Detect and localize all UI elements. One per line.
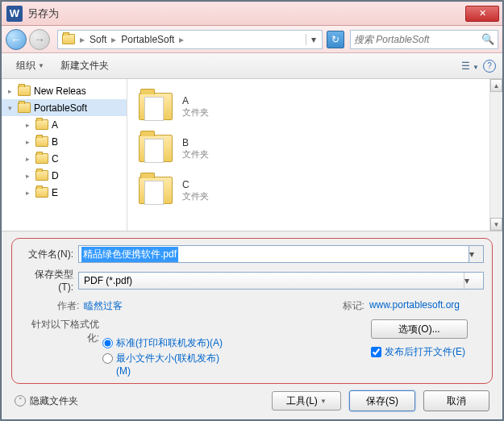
body-area: New Releas PortableSoft A B C D E A文件夹 B… (2, 79, 502, 231)
filetype-value: PDF (*.pdf) (84, 275, 132, 286)
tree-item[interactable]: C (2, 150, 127, 167)
word-icon: W (6, 6, 23, 22)
list-item[interactable]: C文件夹 (131, 169, 499, 211)
refresh-button[interactable]: ↻ (327, 31, 344, 48)
tree-item-selected[interactable]: PortableSoft (2, 99, 127, 116)
new-folder-button[interactable]: 新建文件夹 (52, 56, 117, 76)
radio-input[interactable] (102, 338, 113, 348)
options-button[interactable]: 选项(O)... (371, 319, 468, 339)
radio-minimum[interactable]: 最小文件大小(联机发布)(M) (102, 352, 229, 377)
close-button[interactable]: ✕ (465, 6, 499, 22)
bottom-panel: 文件名(N): 精品绿色便携软件.pdf ▾ 保存类型(T): PDF (*.p… (2, 231, 502, 419)
highlighted-region: 文件名(N): 精品绿色便携软件.pdf ▾ 保存类型(T): PDF (*.p… (11, 238, 493, 384)
titlebar: W 另存为 ✕ (2, 2, 502, 26)
chevron-down-icon: ▾ (464, 273, 478, 289)
author-label: 作者: (57, 299, 79, 313)
folder-icon (18, 85, 31, 96)
folder-tree: New Releas PortableSoft A B C D E (2, 79, 127, 231)
breadcrumb-dropdown[interactable]: ▾ (306, 34, 320, 45)
footer-row: ˄ 隐藏文件夹 工具(L)▼ 保存(S) 取消 (11, 390, 493, 411)
filename-label: 文件名(N): (20, 248, 78, 261)
folder-icon (35, 136, 48, 147)
filename-value: 精品绿色便携软件.pdf (81, 247, 178, 262)
list-item[interactable]: A文件夹 (131, 85, 499, 127)
folder-icon (62, 34, 75, 44)
filetype-combo[interactable]: PDF (*.pdf) ▾ (78, 272, 484, 290)
breadcrumb-seg[interactable]: PortableSoft (118, 34, 177, 45)
folder-icon (35, 170, 48, 181)
checkbox-input[interactable] (371, 347, 381, 357)
filetype-label: 保存类型(T): (20, 268, 78, 293)
window-title: 另存为 (27, 6, 465, 21)
folder-icon (18, 102, 31, 113)
help-button[interactable]: ? (483, 60, 496, 73)
radio-input[interactable] (102, 353, 113, 364)
scroll-up-button[interactable]: ▲ (490, 79, 502, 92)
forward-button[interactable]: → (29, 29, 50, 50)
folder-icon (35, 119, 48, 130)
breadcrumb-seg[interactable]: Soft (86, 34, 110, 45)
tree-item[interactable]: A (2, 116, 127, 133)
hide-folders-toggle[interactable]: ˄ 隐藏文件夹 (15, 394, 78, 408)
tag-label: 标记: (343, 299, 364, 313)
folder-icon (35, 187, 48, 198)
chevron-right-icon: ▸ (110, 34, 118, 45)
optimize-label: 针对以下格式优化: (28, 318, 102, 345)
filename-input[interactable]: 精品绿色便携软件.pdf (78, 245, 469, 263)
list-item[interactable]: B文件夹 (131, 127, 499, 169)
folder-icon (35, 153, 48, 164)
tree-item[interactable]: D (2, 167, 127, 184)
open-after-checkbox[interactable]: 发布后打开文件(E) (371, 345, 468, 359)
filename-dropdown[interactable]: ▾ (469, 245, 484, 263)
chevron-right-icon: ▸ (78, 34, 86, 45)
author-value[interactable]: 瞌然过客 (84, 299, 123, 313)
folder-icon (139, 93, 173, 120)
organize-menu[interactable]: 组织▼ (8, 56, 52, 76)
view-mode-button[interactable]: ☰ ▼ (457, 58, 483, 74)
chevron-up-icon: ˄ (15, 395, 26, 406)
back-button[interactable]: ← (6, 29, 27, 50)
save-as-dialog: W 另存为 ✕ ← → ▸ Soft ▸ PortableSoft ▸ ▾ ↻ … (1, 1, 503, 420)
toolbar: 组织▼ 新建文件夹 ☰ ▼ ? (2, 53, 502, 79)
cancel-button[interactable]: 取消 (423, 390, 489, 411)
save-button[interactable]: 保存(S) (349, 390, 415, 411)
radio-standard[interactable]: 标准(打印和联机发布)(A) (102, 336, 229, 350)
tools-menu[interactable]: 工具(L)▼ (272, 391, 341, 411)
tag-value[interactable]: www.portablesoft.org (369, 299, 460, 313)
tree-item[interactable]: E (2, 184, 127, 201)
search-input[interactable] (354, 34, 481, 45)
scroll-down-button[interactable]: ▼ (490, 218, 502, 231)
search-icon: 🔍 (481, 33, 494, 45)
search-box[interactable]: 🔍 (350, 30, 498, 49)
chevron-right-icon: ▸ (177, 34, 185, 45)
scrollbar[interactable]: ▲ ▼ (489, 79, 502, 231)
nav-bar: ← → ▸ Soft ▸ PortableSoft ▸ ▾ ↻ 🔍 (2, 26, 502, 53)
folder-icon (139, 177, 173, 204)
tree-item[interactable]: New Releas (2, 82, 127, 99)
breadcrumb[interactable]: ▸ Soft ▸ PortableSoft ▸ ▾ (57, 30, 323, 49)
folder-icon (139, 135, 173, 162)
file-list: A文件夹 B文件夹 C文件夹 ▲ ▼ (127, 79, 502, 231)
tree-item[interactable]: B (2, 133, 127, 150)
